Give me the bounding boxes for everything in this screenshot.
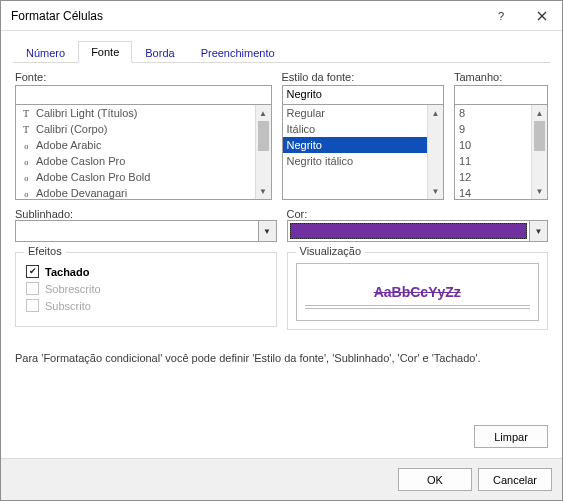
size-input[interactable]: [454, 85, 548, 105]
preview-group: Visualização AaBbCcYyZz: [287, 252, 549, 330]
style-item: Regular: [283, 105, 427, 121]
font-item: ℴAdobe Devanagari: [16, 185, 255, 199]
size-item: 9: [455, 121, 531, 137]
underline-label: Sublinhado:: [15, 208, 73, 220]
size-item: 11: [455, 153, 531, 169]
clear-button[interactable]: Limpar: [474, 425, 548, 448]
size-item: 10: [455, 137, 531, 153]
size-list[interactable]: 8 9 10 11 12 14 ▲ ▼: [454, 104, 548, 200]
ok-button[interactable]: OK: [398, 468, 472, 491]
tab-numero[interactable]: Número: [13, 42, 78, 63]
scrollbar[interactable]: ▲ ▼: [531, 105, 547, 199]
preview-legend: Visualização: [296, 245, 366, 257]
help-button[interactable]: ?: [482, 1, 522, 31]
font-item: TCalibri (Corpo): [16, 121, 255, 137]
scroll-thumb[interactable]: [258, 121, 269, 151]
superscript-checkbox: Sobrescrito: [26, 282, 266, 295]
style-list[interactable]: Regular Itálico Negrito Negrito itálico …: [282, 104, 444, 200]
truetype-icon: T: [20, 124, 32, 135]
style-label: Estilo da fonte:: [282, 71, 444, 83]
scroll-down-icon[interactable]: ▼: [532, 183, 547, 199]
style-input[interactable]: Negrito: [282, 85, 444, 105]
size-item: 12: [455, 169, 531, 185]
scroll-thumb[interactable]: [534, 121, 545, 151]
tab-preenchimento[interactable]: Preenchimento: [188, 42, 288, 63]
color-swatch: [290, 223, 528, 239]
scroll-up-icon[interactable]: ▲: [428, 105, 443, 121]
opentype-icon: ℴ: [20, 156, 32, 167]
font-item: ℴAdobe Caslon Pro Bold: [16, 169, 255, 185]
strikethrough-checkbox[interactable]: Tachado: [26, 265, 266, 278]
size-label: Tamanho:: [454, 71, 548, 83]
svg-text:?: ?: [498, 11, 504, 21]
color-combo[interactable]: ▼: [287, 220, 549, 242]
scroll-down-icon[interactable]: ▼: [428, 183, 443, 199]
tab-borda[interactable]: Borda: [132, 42, 187, 63]
size-item: 8: [455, 105, 531, 121]
opentype-icon: ℴ: [20, 188, 32, 199]
scroll-down-icon[interactable]: ▼: [256, 183, 271, 199]
font-item: ℴAdobe Arabic: [16, 137, 255, 153]
size-item: 14: [455, 185, 531, 199]
dialog-footer: OK Cancelar: [1, 458, 562, 500]
underline-combo[interactable]: ▼: [15, 220, 277, 242]
opentype-icon: ℴ: [20, 172, 32, 183]
font-input[interactable]: [15, 85, 272, 105]
font-item: ℴAdobe Caslon Pro: [16, 153, 255, 169]
color-label: Cor:: [287, 208, 308, 220]
checkbox-icon: [26, 265, 39, 278]
hint-text: Para 'Formatação condicional' você pode …: [15, 352, 548, 364]
scrollbar[interactable]: ▲ ▼: [427, 105, 443, 199]
font-list[interactable]: TCalibri Light (Títulos) TCalibri (Corpo…: [15, 104, 272, 200]
window-title: Formatar Células: [11, 9, 482, 23]
subscript-checkbox: Subscrito: [26, 299, 266, 312]
style-item: Negrito itálico: [283, 153, 427, 169]
effects-group: Efeitos Tachado Sobrescrito Subscrito: [15, 252, 277, 327]
tab-fonte[interactable]: Fonte: [78, 41, 132, 63]
preview-sample: AaBbCcYyZz: [374, 284, 461, 300]
titlebar: Formatar Células ?: [1, 1, 562, 31]
truetype-icon: T: [20, 108, 32, 119]
font-label: Fonte:: [15, 71, 272, 83]
effects-legend: Efeitos: [24, 245, 66, 257]
opentype-icon: ℴ: [20, 140, 32, 151]
font-item: TCalibri Light (Títulos): [16, 105, 255, 121]
scroll-up-icon[interactable]: ▲: [256, 105, 271, 121]
chevron-down-icon[interactable]: ▼: [258, 221, 276, 241]
checkbox-icon: [26, 282, 39, 295]
scroll-up-icon[interactable]: ▲: [532, 105, 547, 121]
chevron-down-icon[interactable]: ▼: [529, 221, 547, 241]
style-item: Negrito: [283, 137, 427, 153]
cancel-button[interactable]: Cancelar: [478, 468, 552, 491]
checkbox-icon: [26, 299, 39, 312]
tabs: Número Fonte Borda Preenchimento: [13, 39, 550, 63]
scrollbar[interactable]: ▲ ▼: [255, 105, 271, 199]
format-cells-dialog: Formatar Células ? Número Fonte Borda Pr…: [0, 0, 563, 501]
close-button[interactable]: [522, 1, 562, 31]
style-item: Itálico: [283, 121, 427, 137]
preview-box: AaBbCcYyZz: [296, 263, 540, 321]
